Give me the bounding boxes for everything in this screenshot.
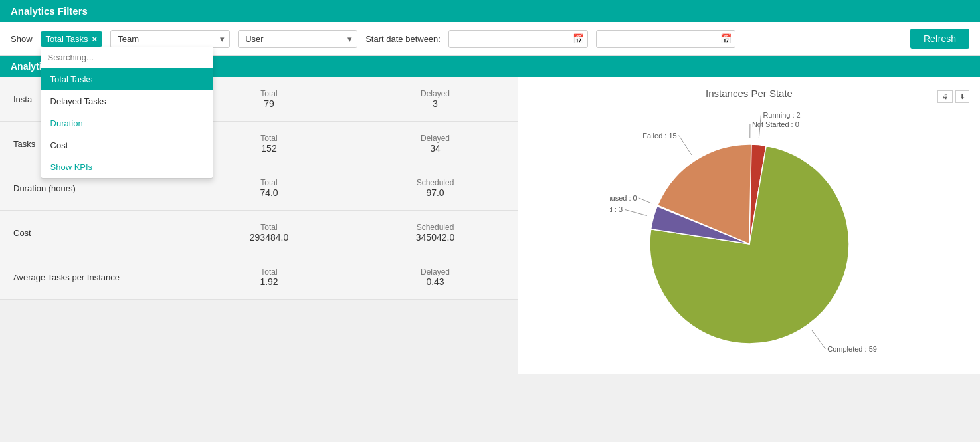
svg-line-5	[678, 136, 691, 155]
col-header: Delayed	[365, 89, 505, 98]
col-value: 74.0	[199, 187, 339, 198]
right-panel: Instances Per State 🖨 ⬇ Not Started : 0R…	[518, 77, 980, 374]
start-date-to-wrapper: 📅	[596, 30, 735, 48]
dropdown-search-input[interactable]	[41, 47, 213, 68]
col-value: 97.0	[365, 187, 505, 198]
row-label: Average Tasks per Instance	[0, 255, 186, 300]
pie-label: Not Started : 0	[751, 120, 799, 128]
show-area: Total Tasks × Total Tasks Delayed Tasks …	[41, 31, 103, 47]
col-header: Total	[199, 223, 339, 232]
col-value: 79	[199, 98, 339, 109]
svg-line-3	[624, 209, 646, 215]
stats-col: Total 293484.0	[186, 211, 352, 255]
show-label: Show	[11, 34, 33, 44]
col-header: Total	[199, 178, 339, 187]
pie-label: Failed : 15	[642, 132, 676, 140]
user-select[interactable]: User	[238, 30, 357, 48]
start-date-to-input[interactable]	[596, 30, 735, 48]
stats-col: Scheduled 345042.0	[352, 211, 518, 255]
stats-col: Delayed 34	[352, 122, 518, 166]
col-value: 1.92	[199, 276, 339, 287]
refresh-button[interactable]: Refresh	[910, 29, 969, 49]
pie-label: Completed : 59	[827, 345, 877, 353]
col-header: Total	[199, 267, 339, 276]
col-header: Total	[199, 134, 339, 143]
team-select-wrapper: Team	[110, 30, 230, 48]
stats-col: Total 1.92	[186, 255, 352, 300]
stats-col: Delayed 3	[352, 77, 518, 122]
dropdown-item-total-tasks[interactable]: Total Tasks	[41, 68, 213, 90]
top-bar: Analytics Filters	[0, 0, 980, 22]
col-value: 3	[365, 98, 505, 109]
dropdown-item-cost[interactable]: Cost	[41, 134, 213, 156]
chart-title: Instances Per State	[529, 88, 969, 99]
team-select[interactable]: Team	[110, 30, 230, 48]
row-label: Cost	[0, 211, 186, 255]
calendar-to-icon[interactable]: 📅	[720, 33, 732, 44]
table-row: Average Tasks per Instance Total 1.92 De…	[0, 255, 518, 300]
col-value: 152	[199, 143, 339, 154]
user-select-wrapper: User	[238, 30, 357, 48]
filter-bar: Show Total Tasks × Total Tasks Delayed T…	[0, 22, 980, 56]
pie-label: Paused : 0	[610, 194, 637, 202]
start-date-from-wrapper: 📅	[448, 30, 588, 48]
start-date-label: Start date between:	[365, 34, 441, 44]
page-title: Analytics Filters	[11, 5, 88, 17]
stats-col: Scheduled 97.0	[352, 166, 518, 211]
calendar-from-icon[interactable]: 📅	[573, 33, 584, 44]
col-value: 345042.0	[365, 232, 505, 243]
total-tasks-tag[interactable]: Total Tasks ×	[41, 31, 103, 47]
svg-line-4	[638, 198, 650, 203]
col-header: Scheduled	[365, 178, 505, 187]
pie-label: Running : 2	[763, 111, 800, 119]
col-value: 34	[365, 143, 505, 154]
svg-line-2	[811, 330, 825, 349]
col-header: Total	[199, 89, 339, 98]
col-header: Delayed	[365, 134, 505, 143]
tag-close-icon[interactable]: ×	[92, 34, 98, 44]
col-header: Scheduled	[365, 223, 505, 232]
pie-label: Canceled : 3	[610, 205, 623, 213]
table-row: Cost Total 293484.0 Scheduled 345042.0	[0, 211, 518, 255]
col-header: Delayed	[365, 267, 505, 276]
download-button[interactable]: ⬇	[955, 90, 969, 103]
col-value: 293484.0	[199, 232, 339, 243]
tag-label: Total Tasks	[46, 34, 88, 44]
start-date-from-input[interactable]	[448, 30, 588, 48]
print-button[interactable]: 🖨	[937, 90, 953, 103]
show-dropdown: Total Tasks Delayed Tasks Duration Cost …	[41, 47, 213, 179]
pie-chart: Not Started : 0Running : 2Completed : 59…	[610, 111, 889, 364]
col-value: 0.43	[365, 276, 505, 287]
dropdown-item-duration[interactable]: Duration	[41, 112, 213, 134]
dropdown-item-delayed-tasks[interactable]: Delayed Tasks	[41, 90, 213, 112]
stats-col: Delayed 0.43	[352, 255, 518, 300]
dropdown-item-show-kpis[interactable]: Show KPIs	[41, 156, 213, 178]
